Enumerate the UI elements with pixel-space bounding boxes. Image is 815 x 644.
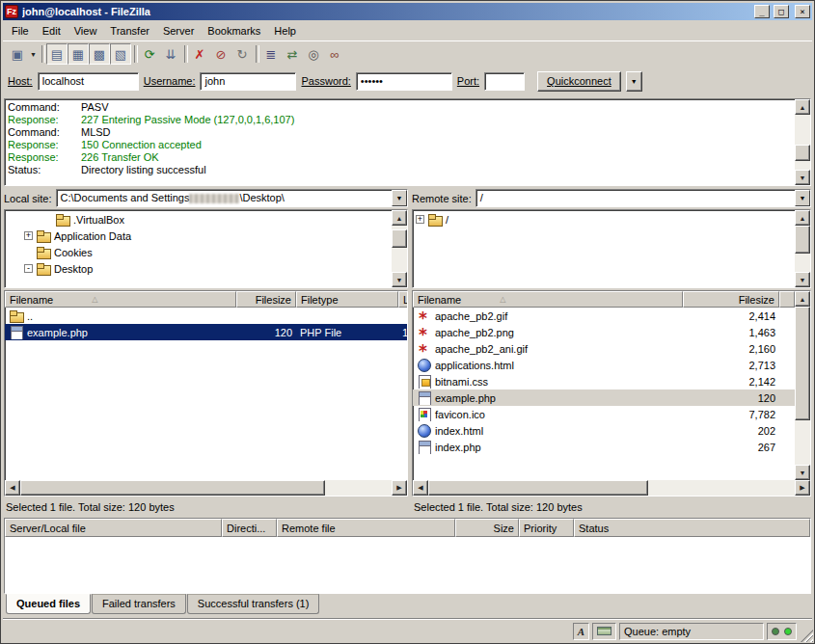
reconnect-icon[interactable]: ↻ — [231, 43, 253, 65]
file-row[interactable]: apache_pb2_ani.gif 2,160 — [413, 340, 795, 357]
local-list-hscrollbar-thumb[interactable] — [20, 480, 325, 496]
menu-item[interactable]: Edit — [36, 22, 68, 40]
queue-column-header[interactable]: Remote file — [277, 519, 455, 537]
file-row[interactable]: apache_pb2.png 1,463 — [413, 324, 795, 340]
file-row[interactable]: example.php 120 — [413, 389, 795, 406]
disconnect-icon[interactable]: ⊘ — [210, 43, 231, 65]
scroll-up-icon[interactable]: ▲ — [795, 210, 810, 226]
site-manager-dropdown-icon[interactable]: ▼ — [28, 43, 39, 65]
scroll-down-icon[interactable]: ▼ — [392, 272, 407, 287]
local-site-dropdown-icon[interactable]: ▼ — [392, 190, 407, 206]
column-header-last-modified[interactable]: Last modified — [398, 291, 407, 308]
tree-item[interactable]: + / — [413, 211, 795, 228]
find-files-icon[interactable]: ◎ — [303, 43, 324, 65]
toolbar-button[interactable] — [253, 44, 260, 64]
close-button[interactable]: × — [795, 5, 810, 18]
remote-list-hscrollbar-track[interactable] — [428, 480, 795, 496]
tree-expander-icon[interactable]: - — [24, 264, 33, 273]
file-row[interactable]: index.html 202 — [413, 422, 795, 439]
remote-tree-scrollbar-track[interactable] — [795, 226, 810, 272]
scroll-down-icon[interactable]: ▼ — [795, 465, 810, 480]
toolbar-button[interactable] — [131, 44, 139, 64]
remote-tree-scrollbar-thumb[interactable] — [795, 226, 810, 254]
file-row[interactable]: .. — [5, 308, 407, 324]
scroll-up-icon[interactable]: ▲ — [795, 99, 810, 115]
toolbar-button[interactable] — [181, 44, 189, 64]
password-input[interactable] — [356, 72, 452, 91]
menu-item[interactable]: Bookmarks — [201, 22, 267, 40]
local-list-hscrollbar[interactable]: ◀ ▶ — [5, 480, 407, 496]
local-tree-scrollbar-track[interactable] — [392, 226, 407, 272]
toolbar-button[interactable] — [39, 44, 46, 64]
file-row[interactable]: favicon.ico 7,782 — [413, 406, 795, 422]
local-tree-scrollbar-thumb[interactable] — [392, 229, 407, 248]
tree-expander-icon[interactable]: + — [416, 215, 424, 224]
file-row[interactable]: bitnami.css 2,142 — [413, 373, 795, 389]
remote-site-dropdown-icon[interactable]: ▼ — [795, 190, 810, 206]
column-header-filename[interactable]: Filename△ — [413, 291, 683, 308]
menu-item[interactable]: Help — [267, 22, 303, 40]
scroll-up-icon[interactable]: ▲ — [392, 210, 407, 226]
title-bar[interactable]: Fz john@localhost - FileZilla _ □ × — [3, 3, 812, 20]
queue-column-header[interactable]: Priority — [519, 519, 574, 537]
username-input[interactable] — [200, 72, 296, 91]
queue-tab[interactable]: Successful transfers (1) — [187, 594, 320, 614]
queue-column-header[interactable]: Size — [455, 519, 519, 537]
host-input[interactable] — [38, 72, 139, 91]
directory-comparison-icon[interactable]: ≣ — [260, 43, 282, 65]
minimize-button[interactable]: _ — [754, 5, 770, 18]
process-queue-icon[interactable]: ⇊ — [160, 43, 181, 65]
cancel-operation-icon[interactable]: ✗ — [189, 43, 210, 65]
scroll-left-icon[interactable]: ◀ — [413, 480, 428, 496]
speed-limits-icon[interactable]: ∞ — [324, 43, 345, 65]
remote-list-scrollbar-thumb[interactable] — [795, 307, 810, 420]
scroll-right-icon[interactable]: ▶ — [795, 480, 810, 496]
scroll-right-icon[interactable]: ▶ — [392, 480, 407, 496]
queue-body[interactable] — [5, 537, 810, 593]
toggle-transfer-queue-icon[interactable]: ▧ — [110, 43, 131, 65]
file-row[interactable]: example.php 120 PHP File 1 — [5, 324, 407, 340]
queue-tab[interactable]: Queued files — [6, 594, 91, 614]
scroll-down-icon[interactable]: ▼ — [795, 170, 810, 185]
tree-expander-icon[interactable]: + — [24, 231, 33, 240]
quickconnect-button[interactable]: Quickconnect — [537, 71, 621, 92]
file-row[interactable]: apache_pb2.gif 2,414 — [413, 308, 795, 324]
queue-column-header[interactable]: Server/Local file — [5, 519, 222, 537]
menu-item[interactable]: Server — [156, 22, 201, 40]
file-row[interactable]: applications.html 2,713 — [413, 357, 795, 373]
local-tree-scrollbar[interactable]: ▲ ▼ — [392, 210, 407, 287]
log-scrollbar[interactable]: ▲ ▼ — [795, 99, 810, 185]
tree-item[interactable]: - Desktop — [5, 260, 392, 277]
tree-item[interactable]: Cookies — [5, 244, 392, 260]
column-header-filetype[interactable]: Filetype — [296, 291, 398, 308]
refresh-icon[interactable]: ⟳ — [139, 43, 160, 65]
scroll-down-icon[interactable]: ▼ — [795, 272, 810, 287]
remote-list-scrollbar[interactable]: ▲ ▼ — [795, 291, 810, 480]
log-scrollbar-track[interactable] — [795, 115, 810, 170]
menu-item[interactable]: File — [5, 22, 36, 40]
port-input[interactable] — [484, 72, 525, 91]
remote-list-hscrollbar-thumb[interactable] — [428, 480, 648, 496]
queue-tab[interactable]: Failed transfers — [92, 594, 186, 614]
tree-item[interactable]: .VirtualBox — [5, 211, 392, 228]
toggle-local-tree-icon[interactable]: ▦ — [68, 43, 89, 65]
remote-list-hscrollbar[interactable]: ◀ ▶ — [413, 480, 810, 496]
column-header-filename[interactable]: Filename△ — [5, 291, 236, 308]
scroll-up-icon[interactable]: ▲ — [795, 291, 810, 307]
remote-site-combobox[interactable]: / ▼ — [475, 189, 811, 207]
remote-tree-scrollbar[interactable]: ▲ ▼ — [795, 210, 810, 287]
quickconnect-dropdown-icon[interactable]: ▼ — [626, 71, 642, 92]
column-header-filesize[interactable]: Filesize — [683, 291, 779, 308]
menu-item[interactable]: Transfer — [103, 22, 156, 40]
queue-column-header[interactable]: Directi... — [222, 519, 277, 537]
local-site-combobox[interactable]: C:\Documents and Settings\Desktop\ ▼ — [56, 189, 408, 207]
queue-column-header[interactable]: Status — [574, 519, 810, 537]
column-header-filesize[interactable]: Filesize — [236, 291, 296, 308]
log-scrollbar-thumb[interactable] — [795, 145, 810, 161]
scroll-left-icon[interactable]: ◀ — [5, 480, 20, 496]
toggle-remote-tree-icon[interactable]: ▩ — [89, 43, 110, 65]
synchronized-browsing-icon[interactable]: ⇄ — [282, 43, 303, 65]
file-row[interactable]: index.php 267 — [413, 439, 795, 455]
site-manager-icon[interactable]: ▣ — [7, 43, 28, 65]
menu-item[interactable]: View — [68, 22, 104, 40]
